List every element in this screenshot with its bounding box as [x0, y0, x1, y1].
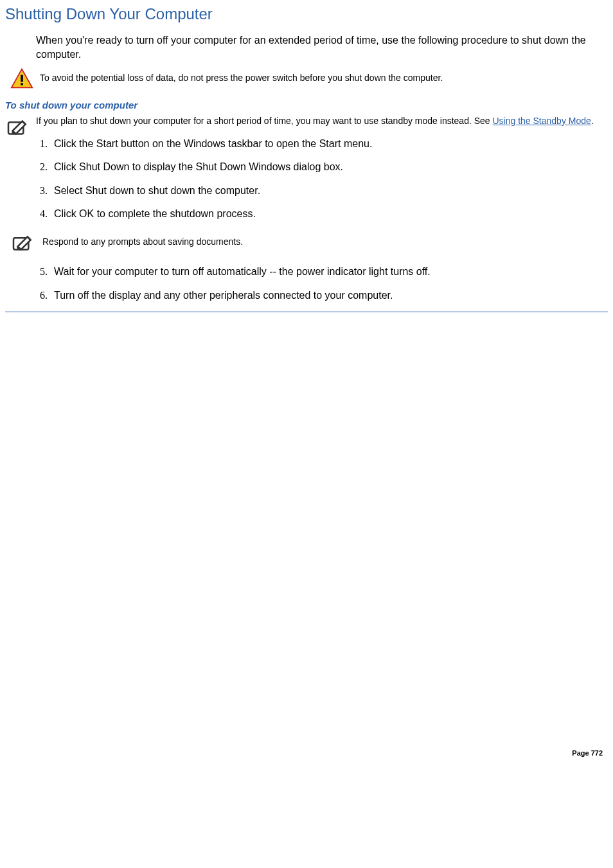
standby-note-post: .	[591, 116, 594, 126]
steps-list-b: Wait for your computer to turn off autom…	[5, 265, 608, 303]
list-item: Click the Start button on the Windows ta…	[50, 137, 608, 151]
list-item: Click Shut Down to display the Shut Down…	[50, 160, 608, 174]
warning-icon	[10, 67, 33, 89]
steps-list-a: Click the Start button on the Windows ta…	[5, 137, 608, 222]
page-number: Page 772	[5, 749, 608, 762]
warning-note: To avoid the potential loss of data, do …	[10, 67, 608, 89]
standby-note: If you plan to shut down your computer f…	[5, 114, 608, 128]
warning-text: To avoid the potential loss of data, do …	[40, 72, 443, 85]
list-item: Turn off the display and any other perip…	[50, 288, 608, 303]
mid-note-text: Respond to any prompts about saving docu…	[42, 236, 243, 247]
mid-note: Respond to any prompts about saving docu…	[10, 230, 608, 253]
list-item: Wait for your computer to turn off autom…	[50, 265, 608, 279]
svg-rect-1	[21, 75, 23, 82]
standby-note-pre: If you plan to shut down your computer f…	[36, 116, 493, 126]
divider	[5, 312, 608, 312]
list-item: Click OK to complete the shutdown proces…	[50, 207, 608, 221]
svg-point-2	[21, 83, 23, 85]
intro-paragraph: When you're ready to turn off your compu…	[36, 33, 603, 62]
section-heading: To shut down your computer	[5, 100, 608, 111]
page-title: Shutting Down Your Computer	[5, 5, 608, 23]
list-item: Select Shut down to shut down the comput…	[50, 184, 608, 198]
note-icon	[10, 230, 36, 253]
note-icon	[5, 114, 31, 137]
standby-mode-link[interactable]: Using the Standby Mode	[493, 116, 591, 126]
